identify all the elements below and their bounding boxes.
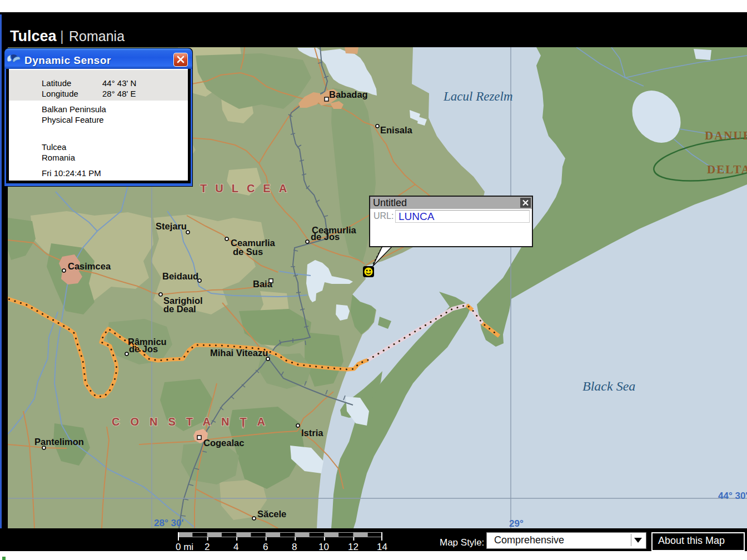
svg-text:8: 8: [292, 542, 297, 551]
svg-text:de Deal: de Deal: [163, 304, 196, 314]
svg-text:Enisala: Enisala: [380, 125, 413, 135]
svg-text:Cogealac: Cogealac: [203, 438, 244, 448]
svg-text:DELTA: DELTA: [707, 163, 747, 176]
svg-text:CONSTANȚA: CONSTANȚA: [112, 416, 276, 428]
svg-text:de Jos: de Jos: [311, 232, 340, 242]
svg-text:DANUBE: DANUBE: [705, 129, 747, 142]
svg-text:Baia: Baia: [253, 279, 273, 289]
svg-text:4: 4: [233, 542, 238, 551]
svg-text:Istria: Istria: [301, 428, 323, 438]
svg-text:Babadag: Babadag: [329, 89, 368, 99]
svg-text:Casimcea: Casimcea: [68, 261, 111, 271]
svg-text:0 mi: 0 mi: [176, 542, 193, 551]
svg-text:14: 14: [377, 542, 387, 551]
svg-text:de Jos: de Jos: [129, 344, 158, 354]
svg-text:Pantelimon: Pantelimon: [34, 437, 84, 447]
svg-text:TULCEA: TULCEA: [200, 182, 295, 194]
svg-text:de Sus: de Sus: [233, 247, 263, 257]
svg-text:Black Sea: Black Sea: [582, 379, 635, 393]
svg-text:10: 10: [318, 542, 329, 551]
svg-text:28° 30': 28° 30': [154, 518, 183, 528]
svg-text:Beidaud: Beidaud: [162, 271, 198, 281]
svg-text:2: 2: [205, 542, 210, 551]
svg-text:Săcele: Săcele: [257, 509, 286, 519]
svg-text:Mihai Viteazu: Mihai Viteazu: [210, 348, 268, 358]
svg-text:12: 12: [348, 542, 358, 551]
svg-text:44° 30': 44° 30': [718, 491, 747, 501]
svg-text:6: 6: [263, 542, 268, 551]
svg-text:Stejaru: Stejaru: [156, 221, 187, 231]
svg-text:Lacul Rezelm: Lacul Rezelm: [443, 89, 513, 103]
svg-text:29°: 29°: [509, 518, 524, 529]
